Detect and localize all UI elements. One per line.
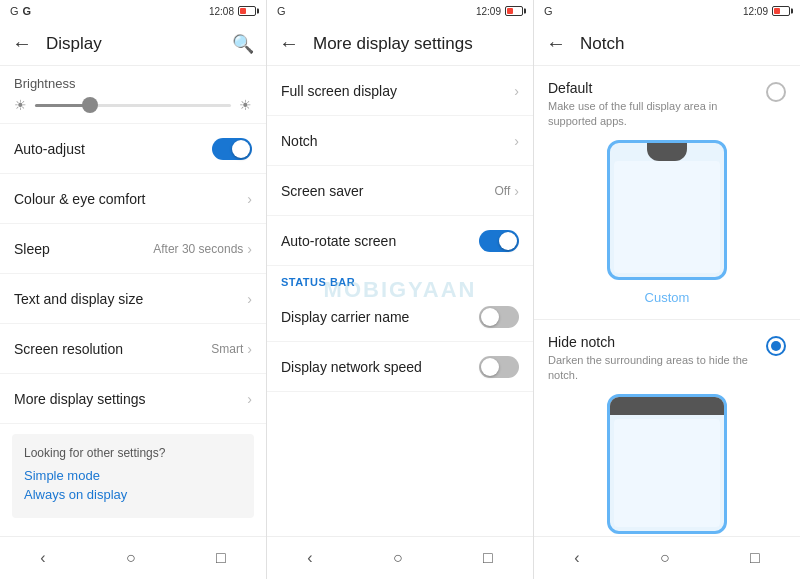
status-right: 12:08 [209,6,256,17]
more-display-content: More display settings [14,391,247,407]
notch-default-option[interactable]: Default Make use of the full display are… [534,66,800,320]
chevron-icon-colour: › [247,191,252,207]
colour-eye-comfort-row[interactable]: Colour & eye comfort › [0,174,266,224]
battery-icon-left [238,6,256,16]
nav-recent-middle[interactable]: □ [473,545,503,571]
brightness-row: Brightness ☀ ☀ [0,66,266,124]
more-display-list: Full screen display › Notch › Screen sav… [267,66,533,536]
brightness-label: Brightness [14,76,252,91]
screen-saver-title: Screen saver [281,183,495,199]
auto-adjust-title: Auto-adjust [14,141,212,157]
chevron-icon-text: › [247,291,252,307]
status-bar-middle: G 12:09 [267,0,533,22]
status-bar-section-header: STATUS BAR [267,266,533,292]
brightness-thumb[interactable] [82,97,98,113]
time-middle: 12:09 [476,6,501,17]
notch-row[interactable]: Notch › [267,116,533,166]
notch-panel: G 12:09 ← Notch Default Make use of the … [534,0,800,579]
more-display-row[interactable]: More display settings › [0,374,266,424]
network-title: Display network speed [281,359,479,375]
more-display-panel: MOBIGYAAN G 12:09 ← More display setting… [267,0,534,579]
signal-icon-r: G [544,5,553,17]
auto-rotate-toggle[interactable] [479,230,519,252]
time-left: 12:08 [209,6,234,17]
brightness-slider[interactable] [35,104,231,107]
notch-hide-desc: Darken the surrounding areas to hide the… [548,353,758,384]
notch-options-list: Default Make use of the full display are… [534,66,800,536]
status-left: G G [10,5,31,17]
status-bar-right: G 12:09 [534,0,800,22]
display-network-row[interactable]: Display network speed [267,342,533,392]
chevron-icon-resolution: › [247,341,252,357]
nav-back-middle[interactable]: ‹ [297,545,322,571]
text-display-row[interactable]: Text and display size › [0,274,266,324]
brightness-controls: ☀ ☀ [14,97,252,113]
sleep-content: Sleep [14,241,153,257]
auto-rotate-thumb [499,232,517,250]
auto-rotate-title: Auto-rotate screen [281,233,479,249]
phone-body-default [607,140,727,280]
display-carrier-row[interactable]: Display carrier name [267,292,533,342]
tip-box: Looking for other settings? Simple mode … [12,434,254,518]
notch-title: Notch [281,133,514,149]
back-button-right[interactable]: ← [546,32,566,55]
nav-recent-left[interactable]: □ [206,545,236,571]
notch-title: Notch [580,34,788,54]
battery-icon-right [772,6,790,16]
simple-mode-link[interactable]: Simple mode [24,468,242,483]
back-button-middle[interactable]: ← [279,32,299,55]
sleep-row[interactable]: Sleep After 30 seconds › [0,224,266,274]
notch-hide-text: Hide notch Darken the surrounding areas … [548,334,766,384]
status-right-r: 12:09 [743,6,790,17]
battery-icon-middle [505,6,523,16]
notch-hide-option[interactable]: Hide notch Darken the surrounding areas … [534,320,800,536]
colour-eye-content: Colour & eye comfort [14,191,247,207]
chevron-icon-sleep: › [247,241,252,257]
notch-default-radio[interactable] [766,82,786,102]
always-on-display-link[interactable]: Always on display [24,487,242,502]
search-button[interactable]: 🔍 [232,33,254,55]
nav-home-left[interactable]: ○ [116,545,146,571]
notch-default-text: Default Make use of the full display are… [548,80,766,130]
nav-recent-right[interactable]: □ [740,545,770,571]
screen-res-value: Smart [211,342,243,356]
notch-custom-label: Custom [548,290,786,305]
signal-icon: G [10,5,19,17]
auto-adjust-row[interactable]: Auto-adjust [0,124,266,174]
network-content: Display network speed [281,359,479,375]
screen-resolution-row[interactable]: Screen resolution Smart › [0,324,266,374]
more-display-header: ← More display settings [267,22,533,66]
text-display-content: Text and display size [14,291,247,307]
full-screen-content: Full screen display [281,83,514,99]
brightness-high-icon: ☀ [239,97,252,113]
notch-default-header: Default Make use of the full display are… [548,80,786,130]
colour-eye-title: Colour & eye comfort [14,191,247,207]
carrier-toggle[interactable] [479,306,519,328]
carrier-title: Display carrier name [281,309,479,325]
sleep-value: After 30 seconds [153,242,243,256]
screen-saver-row[interactable]: Screen saver Off › [267,166,533,216]
nav-back-right[interactable]: ‹ [564,545,589,571]
back-button-left[interactable]: ← [12,32,32,55]
auto-rotate-row[interactable]: Auto-rotate screen [267,216,533,266]
status-right-m: 12:09 [476,6,523,17]
screen-res-content: Screen resolution [14,341,211,357]
notch-hide-header: Hide notch Darken the surrounding areas … [548,334,786,384]
auto-rotate-content: Auto-rotate screen [281,233,479,249]
chevron-notch: › [514,133,519,149]
nav-home-right[interactable]: ○ [650,545,680,571]
display-title: Display [46,34,232,54]
sleep-title: Sleep [14,241,153,257]
nav-bar-middle: ‹ ○ □ [267,536,533,579]
full-screen-row[interactable]: Full screen display › [267,66,533,116]
time-right: 12:09 [743,6,768,17]
chevron-full-screen: › [514,83,519,99]
notch-hide-radio[interactable] [766,336,786,356]
nav-back-left[interactable]: ‹ [30,545,55,571]
nav-home-middle[interactable]: ○ [383,545,413,571]
more-display-title: More display settings [313,34,521,54]
notch-hide-title: Hide notch [548,334,758,350]
auto-adjust-toggle[interactable] [212,138,252,160]
tip-question: Looking for other settings? [24,446,242,460]
network-toggle[interactable] [479,356,519,378]
